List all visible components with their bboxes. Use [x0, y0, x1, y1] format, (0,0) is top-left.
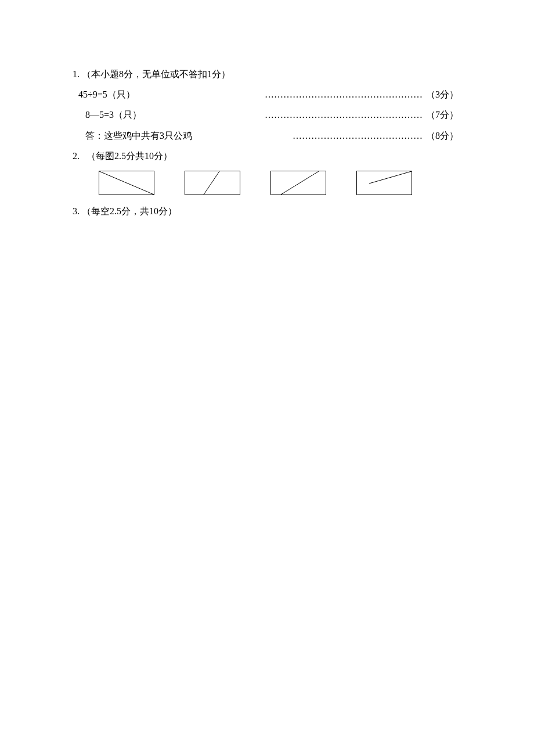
q1-step2-pts: （7分） — [426, 105, 459, 125]
svg-rect-6 — [357, 171, 412, 195]
q1-step1-eq: 45÷9=5（只） — [78, 84, 135, 105]
q1-header: （本小题8分，无单位或不答扣1分） — [82, 69, 230, 79]
svg-rect-2 — [185, 171, 240, 195]
q3-number: 3. — [73, 201, 80, 221]
q2-figure-4 — [356, 171, 412, 195]
rect-diagonal-topmid-icon — [185, 171, 240, 195]
q1-number: 1. — [73, 64, 80, 84]
q1-step1: 45÷9=5（只） （3分） — [73, 84, 459, 105]
q1-step1-dots — [139, 84, 423, 105]
q1-answer-dots — [196, 125, 423, 146]
q2-figure-2 — [185, 171, 240, 195]
document-page: 1. （本小题8分，无单位或不答扣1分） 45÷9=5（只） （3分） 8—5=… — [0, 0, 534, 221]
q1-step1-pts: （3分） — [426, 84, 459, 105]
svg-line-5 — [281, 171, 319, 195]
q1-answer: 答：这些鸡中共有3只公鸡 （8分） — [73, 125, 459, 146]
q1-step2: 8—5=3（只） （7分） — [73, 105, 459, 125]
rect-diagonal-bl-tr-icon — [270, 171, 326, 195]
q2-number: 2. — [73, 146, 80, 166]
q2-figures — [99, 171, 459, 195]
q2-figure-1 — [99, 171, 154, 195]
q1-answer-pts: （8分） — [426, 125, 459, 146]
svg-line-7 — [369, 171, 412, 183]
q2-header-line: 2. （每图2.5分共10分） — [73, 146, 459, 166]
rect-diagonal-tl-br-icon — [99, 171, 154, 195]
q2-header: （每图2.5分共10分） — [86, 151, 172, 161]
q3-header: （每空2.5分，共10分） — [82, 206, 177, 216]
svg-line-3 — [204, 171, 219, 195]
rect-line-to-corner-icon — [356, 171, 412, 195]
q1-header-line: 1. （本小题8分，无单位或不答扣1分） — [73, 64, 459, 84]
q1-answer-label: 答： — [85, 131, 104, 141]
q1-answer-text: 这些鸡中共有3只公鸡 — [104, 131, 192, 141]
q3-header-line: 3. （每空2.5分，共10分） — [73, 201, 459, 221]
svg-rect-4 — [271, 171, 326, 195]
q2-figure-3 — [270, 171, 326, 195]
svg-line-1 — [99, 171, 154, 195]
q1-step2-dots — [145, 105, 423, 125]
q1-step2-eq: 8—5=3（只） — [85, 105, 142, 125]
